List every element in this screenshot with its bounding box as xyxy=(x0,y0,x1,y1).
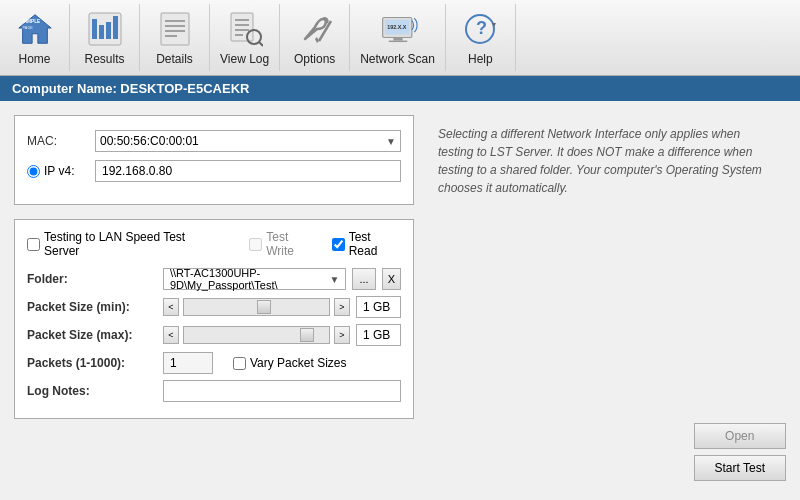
mac-row: MAC: 00:50:56:C0:00:01 ▼ xyxy=(27,130,401,152)
vary-checkbox-label[interactable]: Vary Packet Sizes xyxy=(233,356,346,370)
info-text: Selecting a different Network Interface … xyxy=(428,115,786,207)
svg-rect-4 xyxy=(92,19,97,39)
svg-marker-21 xyxy=(315,37,319,43)
svg-rect-26 xyxy=(388,40,406,42)
toolbar-details-label: Details xyxy=(156,52,193,66)
toolbar-home-label: Home xyxy=(18,52,50,66)
folder-browse-btn[interactable]: ... xyxy=(352,268,375,290)
networkscan-icon: 192.X.X xyxy=(378,10,418,48)
toolbar-options-btn[interactable]: Options xyxy=(280,4,350,71)
test-read-checkbox-label[interactable]: Test Read xyxy=(332,230,401,258)
svg-text:PAGE: PAGE xyxy=(22,25,33,29)
toolbar-help-btn[interactable]: ? Help xyxy=(446,4,516,71)
toolbar-viewlog-label: View Log xyxy=(220,52,269,66)
svg-text:SIMPLE: SIMPLE xyxy=(22,19,40,24)
toolbar-options-label: Options xyxy=(294,52,335,66)
open-btn[interactable]: Open xyxy=(694,423,786,449)
log-notes-input[interactable] xyxy=(163,380,401,402)
computer-name-bar: Computer Name: DESKTOP-E5CAEKR xyxy=(0,76,800,101)
lan-server-label: Testing to LAN Speed Test Server xyxy=(44,230,219,258)
svg-rect-13 xyxy=(231,13,253,41)
options-icon xyxy=(295,10,335,48)
toolbar-networkscan-label: Network Scan xyxy=(360,52,435,66)
toolbar-networkscan-btn[interactable]: 192.X.X Network Scan xyxy=(350,4,446,71)
packet-min-row: Packet Size (min): < > 1 GB xyxy=(27,296,401,318)
mac-dropdown-arrow: ▼ xyxy=(386,136,396,147)
test-read-label: Test Read xyxy=(349,230,401,258)
viewlog-icon xyxy=(225,10,265,48)
packet-max-slider-area: < > xyxy=(163,326,350,344)
mac-value: 00:50:56:C0:00:01 xyxy=(100,134,199,148)
start-test-btn[interactable]: Start Test xyxy=(694,455,786,481)
svg-line-19 xyxy=(259,42,263,46)
packet-max-decrease-btn[interactable]: < xyxy=(163,326,179,344)
packet-max-increase-btn[interactable]: > xyxy=(334,326,350,344)
test-write-checkbox-label[interactable]: Test Write xyxy=(249,230,317,258)
packet-min-increase-btn[interactable]: > xyxy=(334,298,350,316)
test-write-checkbox[interactable] xyxy=(249,238,262,251)
packet-max-track[interactable] xyxy=(183,326,330,344)
details-icon xyxy=(155,10,195,48)
folder-label: Folder: xyxy=(27,272,157,286)
log-notes-label: Log Notes: xyxy=(27,384,157,398)
home-icon: SIMPLE PAGE xyxy=(15,10,55,48)
svg-rect-7 xyxy=(113,16,118,39)
packet-min-label: Packet Size (min): xyxy=(27,300,157,314)
svg-text:?: ? xyxy=(476,18,487,38)
computer-name-label: Computer Name: DESKTOP-E5CAEKR xyxy=(12,81,249,96)
test-header-row: Testing to LAN Speed Test Server Test Wr… xyxy=(27,230,401,258)
left-panel: MAC: 00:50:56:C0:00:01 ▼ IP v4: xyxy=(14,115,414,495)
help-icon: ? xyxy=(460,10,500,48)
vary-label: Vary Packet Sizes xyxy=(250,356,346,370)
svg-rect-25 xyxy=(393,37,402,40)
packets-row: Packets (1-1000): Vary Packet Sizes xyxy=(27,352,401,374)
packet-max-row: Packet Size (max): < > 1 GB xyxy=(27,324,401,346)
folder-value: \\RT-AC1300UHP-9D\My_Passport\Test\ xyxy=(170,267,330,291)
ip-row: IP v4: xyxy=(27,160,401,182)
packet-min-size: 1 GB xyxy=(356,296,401,318)
svg-rect-5 xyxy=(99,25,104,39)
packet-max-size: 1 GB xyxy=(356,324,401,346)
main-content: MAC: 00:50:56:C0:00:01 ▼ IP v4: xyxy=(0,101,800,495)
packets-input[interactable] xyxy=(163,352,213,374)
packet-max-thumb[interactable] xyxy=(300,328,314,342)
packet-min-track[interactable] xyxy=(183,298,330,316)
test-write-label: Test Write xyxy=(266,230,317,258)
lan-server-checkbox-label[interactable]: Testing to LAN Speed Test Server xyxy=(27,230,219,258)
svg-text:192.X.X: 192.X.X xyxy=(387,24,407,30)
toolbar-viewlog-btn[interactable]: View Log xyxy=(210,4,280,71)
folder-dropdown[interactable]: \\RT-AC1300UHP-9D\My_Passport\Test\ ▼ xyxy=(163,268,346,290)
toolbar-results-label: Results xyxy=(84,52,124,66)
toolbar-help-label: Help xyxy=(468,52,493,66)
test-read-checkbox[interactable] xyxy=(332,238,345,251)
ip-label: IP v4: xyxy=(44,164,74,178)
toolbar-details-btn[interactable]: Details xyxy=(140,4,210,71)
toolbar-results-btn[interactable]: Results xyxy=(70,4,140,71)
mac-label: MAC: xyxy=(27,134,87,148)
packet-min-slider-area: < > xyxy=(163,298,350,316)
ip-radio[interactable] xyxy=(27,165,40,178)
vary-checkbox[interactable] xyxy=(233,357,246,370)
toolbar-home-btn[interactable]: SIMPLE PAGE Home xyxy=(0,4,70,71)
packet-min-thumb[interactable] xyxy=(257,300,271,314)
log-notes-row: Log Notes: xyxy=(27,380,401,402)
packet-max-label: Packet Size (max): xyxy=(27,328,157,342)
svg-rect-6 xyxy=(106,22,111,39)
folder-dropdown-arrow: ▼ xyxy=(330,274,340,285)
network-panel: MAC: 00:50:56:C0:00:01 ▼ IP v4: xyxy=(14,115,414,205)
folder-clear-btn[interactable]: X xyxy=(382,268,401,290)
packets-label: Packets (1-1000): xyxy=(27,356,157,370)
mac-dropdown[interactable]: 00:50:56:C0:00:01 ▼ xyxy=(95,130,401,152)
packet-min-decrease-btn[interactable]: < xyxy=(163,298,179,316)
toolbar: SIMPLE PAGE Home Results xyxy=(0,0,800,76)
test-panel: Testing to LAN Speed Test Server Test Wr… xyxy=(14,219,414,419)
bottom-buttons: Open Start Test xyxy=(694,423,786,481)
folder-row: Folder: \\RT-AC1300UHP-9D\My_Passport\Te… xyxy=(27,268,401,290)
results-icon xyxy=(85,10,125,48)
ip-value-input[interactable] xyxy=(95,160,401,182)
svg-rect-8 xyxy=(161,13,189,45)
lan-server-checkbox[interactable] xyxy=(27,238,40,251)
ip-radio-label[interactable]: IP v4: xyxy=(27,164,87,178)
